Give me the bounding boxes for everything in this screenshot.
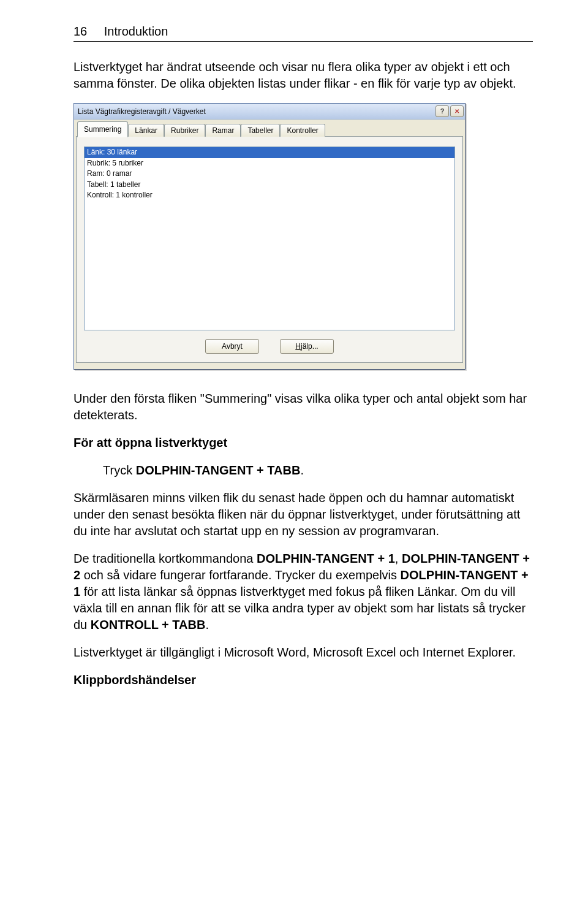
kbd-dolphin-tab: DOLPHIN-TANGENT + TABB (136, 463, 301, 477)
cancel-button[interactable]: Avbryt (205, 339, 259, 354)
text: De traditionella kortkommandona (74, 552, 257, 565)
cancel-button-label: Avbryt (222, 342, 243, 351)
tab-tabeller[interactable]: Tabeller (241, 124, 280, 137)
help-button[interactable]: Hjälp... (280, 339, 334, 354)
list-item[interactable]: Länk: 30 länkar (85, 147, 454, 158)
memory-paragraph: Skärmläsaren minns vilken flik du senast… (74, 490, 533, 539)
open-listtool-instruction: Tryck DOLPHIN-TANGENT + TABB. (103, 462, 533, 479)
kbd-ctrl-tab: KONTROLL + TABB (91, 618, 206, 631)
tab-panel: Länk: 30 länkar Rubrik: 5 rubriker Ram: … (76, 136, 463, 363)
tab-lankar[interactable]: Länkar (128, 124, 164, 137)
help-icon[interactable] (435, 105, 449, 117)
open-listtool-heading: För att öppna listverktyget (74, 435, 533, 451)
list-item[interactable]: Kontroll: 1 kontroller (85, 190, 454, 201)
dialog-title: Lista Vägtrafikregisteravgift / Vägverke… (78, 107, 206, 116)
text: Tryck (103, 463, 136, 477)
list-item[interactable]: Ram: 0 ramar (85, 169, 454, 180)
kbd-dolphin-1: DOLPHIN-TANGENT + 1 (257, 552, 395, 565)
dialog-titlebar[interactable]: Lista Vägtrafikregisteravgift / Vägverke… (74, 104, 465, 120)
page: 16 Introduktion Listverktyget har ändrat… (0, 0, 588, 717)
shortcuts-paragraph: De traditionella kortkommandona DOLPHIN-… (74, 550, 533, 633)
availability-paragraph: Listverktyget är tillgängligt i Microsof… (74, 644, 533, 661)
list-item[interactable]: Rubrik: 5 rubriker (85, 158, 454, 169)
tab-strip: Summering Länkar Rubriker Ramar Tabeller… (76, 121, 463, 137)
summary-listbox[interactable]: Länk: 30 länkar Rubrik: 5 rubriker Ram: … (84, 147, 455, 330)
dialog-client-area: Summering Länkar Rubriker Ramar Tabeller… (74, 120, 465, 369)
after-dialog-paragraph: Under den första fliken "Summering" visa… (74, 390, 533, 424)
close-icon[interactable] (450, 105, 464, 117)
text: . (205, 618, 209, 631)
window-controls (435, 105, 464, 117)
page-number: 16 (74, 25, 87, 38)
list-item[interactable]: Tabell: 1 tabeller (85, 180, 454, 191)
text: , (395, 552, 402, 565)
page-header: 16 Introduktion (74, 25, 533, 42)
list-tool-dialog: Lista Vägtrafikregisteravgift / Vägverke… (74, 103, 466, 370)
intro-paragraph: Listverktyget har ändrat utseende och vi… (74, 59, 533, 92)
section-heading-clipboard: Klippbordshändelser (74, 673, 533, 687)
text: och så vidare fungerar fortfarande. Tryc… (80, 568, 400, 582)
dialog-button-row: Avbryt Hjälp... (84, 339, 455, 354)
help-button-label: jälp... (301, 342, 318, 351)
tab-summering[interactable]: Summering (77, 121, 128, 137)
chapter-title: Introduktion (104, 25, 168, 38)
tab-kontroller[interactable]: Kontroller (280, 124, 325, 137)
text: . (300, 463, 304, 477)
tab-rubriker[interactable]: Rubriker (164, 124, 205, 137)
tab-ramar[interactable]: Ramar (205, 124, 241, 137)
